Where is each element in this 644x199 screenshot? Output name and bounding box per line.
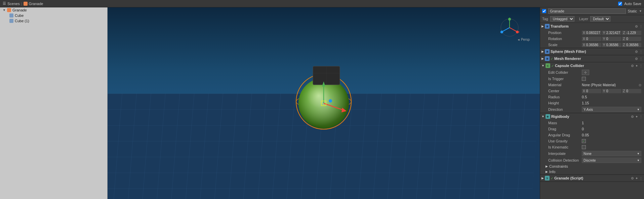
rotation-y: Y 0 — [602, 37, 621, 41]
capsule-settings-icon[interactable]: ⚙ — [631, 64, 634, 68]
capsule-collider-actions: ⚙ ✦ ⋮ — [631, 64, 643, 68]
collision-detection-value: Discrete — [583, 159, 596, 162]
scale-xyz: X 0.36586 Y 0.36586 Z 0.36586 — [582, 43, 641, 47]
transform-title: Transform — [551, 24, 634, 28]
mesh-renderer-header[interactable]: ▶ ⊞ ✓ Mesh Renderer ⚙ ⋮ — [540, 55, 644, 62]
material-label: Material — [548, 83, 582, 87]
radius-label: Radius — [548, 95, 582, 99]
collision-detection-label: Collision Detection — [548, 158, 582, 162]
info-label: Info — [549, 170, 555, 174]
mesh-filter-header[interactable]: ▶ ⊞ Sphere (Mesh Filter) ⚙ ⋮ — [540, 48, 644, 55]
transform-section: ▶ ⊞ Transform ⚙ ⋮ Position X 0.083227 — [540, 23, 644, 48]
rigidbody-section: ▼ ⊕ Rigidbody ⚙ ✦ ⋮ Mass 1 Drag — [540, 113, 644, 175]
static-dropdown-icon: ▼ — [639, 9, 642, 13]
separator: | — [21, 2, 22, 6]
position-z: Z -1.229 — [622, 31, 641, 35]
hierarchy-label-granade: Granade — [12, 8, 27, 12]
drag-row: Drag 0 — [540, 126, 644, 132]
object-name-field[interactable] — [548, 8, 626, 14]
radius-row: Radius 0.5 — [540, 94, 644, 100]
rigidbody-icon: ⊕ — [546, 114, 550, 119]
is-kinematic-checkbox[interactable] — [582, 145, 586, 149]
constraints-label: Constraints — [549, 164, 568, 168]
use-gravity-label: Use Gravity — [548, 139, 582, 143]
transform-actions: ⚙ ⋮ — [635, 25, 643, 28]
scale-row: Scale X 0.36586 Y 0.36586 Z 0.36586 — [540, 42, 644, 48]
transform-menu-icon[interactable]: ⋮ — [639, 25, 643, 28]
edit-collider-button[interactable]: ⊹ — [582, 70, 589, 75]
hierarchy-cube1-label: Cube (1) — [15, 19, 29, 23]
granade-script-menu-icon[interactable]: ⋮ — [639, 176, 643, 180]
hierarchy-root-item[interactable]: ▼ Granade — [0, 7, 107, 13]
mesh-renderer-settings-icon[interactable]: ⚙ — [635, 57, 638, 61]
tag-select[interactable]: Untagged — [550, 16, 574, 22]
hierarchy-cube1-item[interactable]: Cube (1) — [0, 18, 107, 24]
interpolate-dropdown[interactable]: None ▼ — [582, 151, 641, 156]
capsule-menu-icon[interactable]: ⋮ — [639, 64, 643, 68]
granade-script-actions: ⚙ ✦ ⋮ — [631, 176, 643, 180]
granade-script-header[interactable]: ▶ S ✓ Granade (Script) ⚙ ✦ ⋮ — [540, 175, 644, 181]
rigidbody-header[interactable]: ▼ ⊕ Rigidbody ⚙ ✦ ⋮ — [540, 113, 644, 120]
rigidbody-title: Rigidbody — [551, 114, 630, 119]
is-trigger-checkbox[interactable] — [582, 77, 586, 81]
collision-chevron-icon: ▼ — [637, 159, 640, 162]
granade-script-settings-icon[interactable]: ⚙ — [631, 176, 634, 180]
direction-dropdown[interactable]: Y-Axis ▼ — [582, 107, 641, 112]
viewport[interactable]: Y X Z ◄ Persp — [108, 7, 540, 199]
is-trigger-row: Is Trigger — [540, 76, 644, 82]
auto-save-area: Auto Save — [615, 2, 644, 6]
transform-collapse-arrow: ▶ — [541, 25, 544, 28]
scale-x: X 0.36586 — [582, 43, 601, 47]
mesh-filter-actions: ⚙ ⋮ — [635, 50, 643, 54]
use-gravity-row: Use Gravity ✓ — [540, 138, 644, 144]
center-y: Y 0 — [602, 89, 621, 93]
rigidbody-settings-icon[interactable]: ⚙ — [631, 115, 634, 119]
transform-header[interactable]: ▶ ⊞ Transform ⚙ ⋮ — [540, 23, 644, 30]
mesh-filter-settings-icon[interactable]: ⚙ — [635, 50, 638, 54]
capsule-star-icon[interactable]: ✦ — [635, 64, 638, 68]
is-trigger-label: Is Trigger — [548, 77, 582, 81]
transform-settings-icon[interactable]: ⚙ — [635, 25, 638, 28]
rigidbody-star-icon[interactable]: ✦ — [635, 115, 638, 119]
angular-drag-row: Angular Drag 0.05 — [540, 132, 644, 138]
layer-label: Layer — [579, 17, 589, 21]
scenes-tab[interactable]: ☰ Scenes | Granade — [0, 1, 46, 6]
hierarchy-cube-label: Cube — [15, 13, 24, 18]
hierarchy-cube-item[interactable]: Cube — [0, 13, 107, 18]
svg-text:X: X — [518, 31, 520, 33]
scenes-label: Scenes — [7, 2, 20, 6]
constraints-foldout[interactable]: ▶ Constraints — [540, 164, 644, 169]
object-active-checkbox[interactable] — [542, 9, 546, 13]
inspector-scroll[interactable]: Static ▼ Tag Untagged Layer Default ▶ ⊞ — [540, 7, 644, 199]
static-label: Static — [628, 9, 637, 13]
scale-y: Y 0.36586 — [602, 43, 621, 47]
height-value: 1.15 — [582, 101, 641, 105]
drag-value: 0 — [582, 127, 641, 131]
info-foldout[interactable]: ▶ Info — [540, 169, 644, 174]
rotation-z: Z 0 — [622, 37, 641, 41]
mass-value: 1 — [582, 121, 641, 125]
layer-select[interactable]: Default — [590, 16, 610, 22]
collision-detection-dropdown[interactable]: Discrete ▼ — [582, 158, 641, 163]
interpolate-row: Interpolate None ▼ — [540, 150, 644, 157]
direction-chevron-icon: ▼ — [637, 108, 640, 111]
mesh-filter-menu-icon[interactable]: ⋮ — [639, 50, 643, 54]
granade-script-section: ▶ S ✓ Granade (Script) ⚙ ✦ ⋮ — [540, 175, 644, 182]
rotation-x: X 0 — [582, 37, 601, 41]
scene-svg — [287, 54, 361, 135]
gizmo-svg: Y X Z — [499, 18, 520, 38]
mesh-renderer-icon: ⊞ — [545, 56, 550, 61]
material-value: None (Physic Material) — [582, 83, 638, 87]
auto-save-checkbox[interactable] — [618, 2, 622, 6]
mesh-renderer-menu-icon[interactable]: ⋮ — [639, 57, 643, 61]
use-gravity-checkbox[interactable]: ✓ — [582, 139, 586, 143]
material-row: Material None (Physic Material) ⊙ — [540, 82, 644, 88]
material-select-icon[interactable]: ⊙ — [639, 83, 641, 87]
position-xyz: X 0.083227 Y 2.321427 Z -1.229 — [582, 31, 641, 35]
rigidbody-menu-icon[interactable]: ⋮ — [639, 115, 643, 119]
gizmo-container: Y X Z — [499, 18, 520, 38]
capsule-collider-header[interactable]: ▼ C ✓ Capsule Collider ⚙ ✦ ⋮ — [540, 62, 644, 69]
main-content: ▼ Granade Cube Cube (1) — [0, 7, 644, 199]
granade-script-star-icon[interactable]: ✦ — [635, 176, 638, 180]
interpolate-label: Interpolate — [548, 152, 582, 156]
